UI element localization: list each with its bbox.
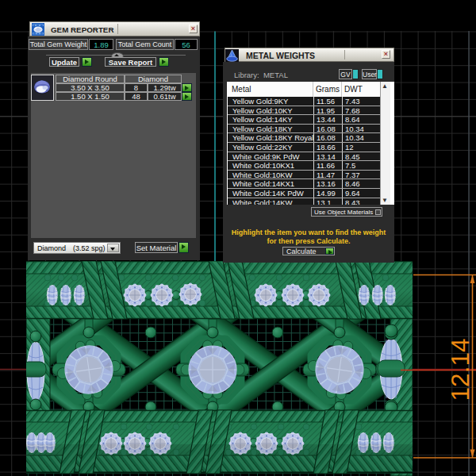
svg-text:12.14: 12.14 xyxy=(446,339,474,401)
